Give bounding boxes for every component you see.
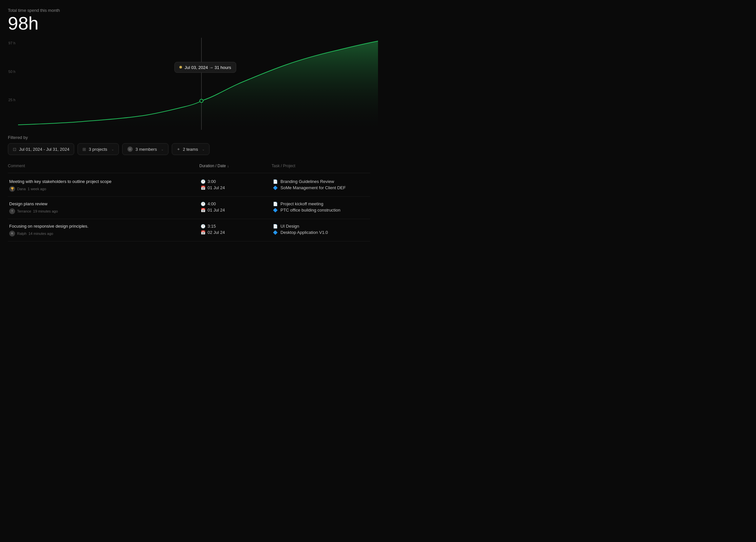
cell-duration-2: 🕐 3:15 📅 02 Jul 24	[199, 224, 272, 237]
comment-text-1: Design plans review	[9, 201, 198, 206]
cal-icon-1: 📅	[201, 208, 206, 213]
members-icon: U	[127, 146, 133, 152]
cal-icon: 📅	[201, 186, 206, 190]
comment-text-2: Focusing on responsive design principles…	[9, 224, 198, 229]
header-subtitle: Total time spend this month	[8, 8, 370, 13]
project-name-0: SoMe Management for Client DEF	[280, 185, 346, 190]
teams-icon: ✦	[177, 147, 180, 152]
members-filter[interactable]: U 3 members ⌄	[122, 143, 168, 155]
chevron-down-icon: ⌄	[111, 147, 114, 151]
comment-meta-1: T Terrance 19 minutes ago	[9, 208, 198, 214]
date-row-2: 📅 02 Jul 24	[201, 230, 270, 235]
header-section: Total time spend this month 98h	[0, 0, 378, 35]
task-row-1: 📄 Project kickoff meeting	[273, 201, 369, 206]
clock-icon-2: 🕐	[201, 224, 206, 229]
svg-point-1	[200, 99, 203, 102]
project-icon-1: 🔷	[273, 208, 278, 213]
date-value-1: 01 Jul 24	[208, 208, 225, 213]
teams-count-label: 2 teams	[183, 147, 198, 152]
task-icon-2: 📄	[273, 224, 278, 229]
date-filter[interactable]: ⊡ Jul 01, 2024 - Jul 31, 2024	[8, 143, 74, 155]
clock-icon: 🕐	[201, 179, 206, 184]
duration-row-0: 🕐 3:00	[201, 179, 270, 184]
teams-filter[interactable]: ✦ 2 teams ⌄	[172, 143, 210, 155]
date-value-0: 01 Jul 24	[208, 185, 225, 190]
filters-row: ⊡ Jul 01, 2024 - Jul 31, 2024 ⊞ 3 projec…	[8, 143, 370, 155]
column-task-project: Task / Project	[272, 162, 370, 170]
time-ago-1: 19 minutes ago	[33, 209, 58, 213]
author-2: Ralph	[17, 232, 27, 236]
date-value-2: 02 Jul 24	[208, 230, 225, 235]
project-row-2: 🔷 Desktop Application V1.0	[273, 230, 369, 235]
task-name-2: UI Design	[280, 224, 299, 229]
cal-icon-2: 📅	[201, 230, 206, 235]
cell-task-2: 📄 UI Design 🔷 Desktop Application V1.0	[272, 224, 370, 237]
project-icon: ⊞	[82, 147, 86, 152]
clock-icon-1: 🕐	[201, 202, 206, 206]
duration-row-1: 🕐 4:00	[201, 201, 270, 206]
project-icon-2: 🔷	[273, 230, 278, 235]
table-row: Focusing on responsive design principles…	[8, 219, 370, 241]
date-range-label: Jul 01, 2024 - Jul 31, 2024	[19, 147, 69, 152]
calendar-icon: ⊡	[13, 147, 16, 152]
comment-meta-0: 🏆 Dana 1 week ago	[9, 186, 198, 192]
project-row-0: 🔷 SoMe Management for Client DEF	[273, 185, 369, 190]
avatar-stack: U	[127, 146, 133, 152]
avatar-terrance: T	[9, 208, 15, 214]
task-row-0: 📄 Branding Guidelines Review	[273, 179, 369, 184]
avatar-dana: 🏆	[9, 186, 15, 192]
chevron-down-icon-3: ⌄	[202, 147, 205, 151]
y-label-mid: 50 h	[0, 70, 18, 74]
projects-filter[interactable]: ⊞ 3 projects ⌄	[78, 143, 119, 155]
column-duration-date[interactable]: Duration / Date ↓	[199, 162, 272, 170]
author-0: Dana	[17, 187, 26, 191]
comment-meta-2: R Ralph 14 minutes ago	[9, 231, 198, 237]
project-row-1: 🔷 PTC office building construction	[273, 208, 369, 213]
date-row-1: 📅 01 Jul 24	[201, 208, 270, 213]
chart-y-axis: 97 h 50 h 25 h	[0, 38, 18, 130]
chevron-down-icon-2: ⌄	[161, 147, 164, 151]
y-label-top: 97 h	[0, 41, 18, 45]
table-section: Comment Duration / Date ↓ Task / Project…	[0, 159, 378, 241]
table-header: Comment Duration / Date ↓ Task / Project	[8, 159, 370, 173]
project-icon-0: 🔷	[273, 186, 278, 190]
table-row: Design plans review T Terrance 19 minute…	[8, 197, 370, 219]
duration-value-1: 4:00	[208, 201, 216, 206]
members-count-label: 3 members	[136, 147, 157, 152]
task-icon-1: 📄	[273, 202, 278, 206]
duration-value-0: 3:00	[208, 179, 216, 184]
time-ago-0: 1 week ago	[28, 187, 46, 191]
filters-section: Filtered by ⊡ Jul 01, 2024 - Jul 31, 202…	[0, 130, 378, 159]
column-comment: Comment	[8, 162, 199, 170]
cell-duration-0: 🕐 3:00 📅 01 Jul 24	[199, 179, 272, 192]
task-name-1: Project kickoff meeting	[280, 201, 323, 206]
task-row-2: 📄 UI Design	[273, 224, 369, 229]
author-1: Terrance	[17, 209, 31, 213]
cell-duration-1: 🕐 4:00 📅 01 Jul 24	[199, 201, 272, 214]
table-row: Meeting with key stakeholders to outline…	[8, 174, 370, 197]
y-label-low: 25 h	[0, 98, 18, 102]
cell-task-0: 📄 Branding Guidelines Review 🔷 SoMe Mana…	[272, 179, 370, 192]
avatar-1: U	[127, 146, 133, 152]
sort-icon: ↓	[227, 164, 229, 168]
chart-svg-wrapper: Jul 03, 2024 → 31 hours	[18, 38, 378, 130]
chart-svg	[18, 38, 378, 130]
cell-task-1: 📄 Project kickoff meeting 🔷 PTC office b…	[272, 201, 370, 214]
cell-comment-1: Design plans review T Terrance 19 minute…	[8, 201, 199, 214]
total-hours: 98h	[8, 14, 370, 33]
duration-value-2: 3:15	[208, 224, 216, 229]
project-name-2: Desktop Application V1.0	[280, 230, 328, 235]
duration-row-2: 🕐 3:15	[201, 224, 270, 229]
cell-comment-0: Meeting with key stakeholders to outline…	[8, 179, 199, 192]
projects-count-label: 3 projects	[89, 147, 107, 152]
avatar-ralph: R	[9, 231, 15, 237]
comment-text-0: Meeting with key stakeholders to outline…	[9, 179, 198, 184]
project-name-1: PTC office building construction	[280, 208, 341, 213]
chart-container: 97 h 50 h 25 h Jul 03, 2024	[0, 38, 378, 130]
date-row-0: 📅 01 Jul 24	[201, 185, 270, 190]
filters-label: Filtered by	[8, 135, 370, 140]
time-ago-2: 14 minutes ago	[29, 232, 53, 236]
task-name-0: Branding Guidelines Review	[280, 179, 334, 184]
task-icon-0: 📄	[273, 179, 278, 184]
cell-comment-2: Focusing on responsive design principles…	[8, 224, 199, 237]
